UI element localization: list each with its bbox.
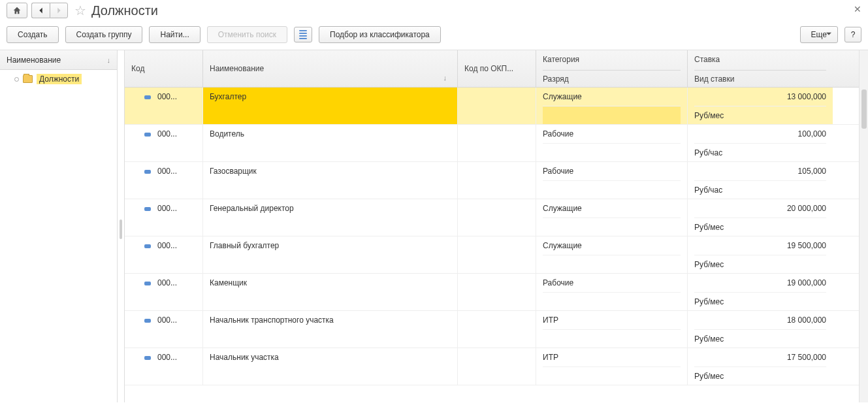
nav-group [31,3,68,18]
cell-category-value: ИТР [543,348,681,366]
splitter-handle[interactable] [118,50,124,402]
tree-root-item[interactable]: Должности [0,70,117,88]
cell-grade-value [543,292,681,310]
tree-header[interactable]: Наименование ↓ [0,50,117,70]
cell-code: 000... [125,311,203,348]
tree-expand-icon[interactable] [14,77,19,82]
table-row[interactable]: 000...Начальник транспортного участкаИТР… [125,311,868,348]
cell-rate: 17 500,000Руб/мес [688,348,833,385]
find-button[interactable]: Найти... [149,26,200,43]
cell-rate-type-value: Руб/мес [694,329,826,348]
col-header-name[interactable]: Наименование ↓ [203,50,458,87]
list-view-button[interactable] [294,27,312,42]
sort-down-icon: ↓ [443,74,447,82]
cell-rate-value: 13 000,000 [694,88,826,106]
row-indicator-icon [144,282,151,285]
create-button[interactable]: Создать [7,26,59,43]
pick-from-classifier-button[interactable]: Подбор из классификатора [319,26,441,43]
list-lines-icon [299,30,307,39]
cell-rate-value: 100,000 [694,125,826,143]
cell-category: Рабочие [536,125,688,161]
col-header-name-label: Наименование [210,64,451,73]
table-row[interactable]: 000...Главный бухгалтерСлужащие19 500,00… [125,236,868,274]
table-row[interactable]: 000...КаменщикРабочие19 000,000Руб/мес [125,274,868,311]
page-title: Должности [91,3,158,18]
table-row[interactable]: 000...Генеральный директорСлужащие20 000… [125,199,868,236]
row-indicator-icon [144,133,151,137]
cell-code: 000... [125,199,203,236]
nav-forward-button[interactable] [50,3,68,18]
cell-code-value: 000... [157,241,177,250]
cell-okp [458,88,536,124]
cell-code-value: 000... [157,278,177,287]
cell-code-value: 000... [157,316,177,325]
cell-name: Генеральный директор [203,199,458,236]
col-header-okp[interactable]: Код по ОКП... [458,50,536,87]
cell-okp [458,274,536,310]
row-indicator-icon [144,244,151,248]
vertical-scrollbar[interactable] [859,50,868,402]
cell-grade-value [543,180,681,199]
grid-pane: Код Наименование ↓ Код по ОКП... Категор… [124,50,868,402]
cell-name: Водитель [203,125,458,161]
main-area: Наименование ↓ Должности Код Наименовани… [0,50,868,402]
cancel-find-button: Отменить поиск [207,26,287,43]
create-group-button[interactable]: Создать группу [65,26,143,43]
cell-category: Служащие [536,236,688,273]
favorite-star-icon[interactable]: ☆ [74,3,86,18]
cell-category-value: Рабочие [543,274,681,292]
nav-back-button[interactable] [31,3,50,18]
cell-category-value: Рабочие [543,162,681,180]
home-icon [12,6,22,15]
help-button[interactable]: ? [844,27,861,42]
arrow-left-icon [37,6,46,15]
grid-body[interactable]: 000...БухгалтерСлужащие13 000,000Руб/мес… [125,88,868,402]
cell-rate-type-value: Руб/мес [694,255,826,273]
cell-name: Начальник участка [203,348,458,385]
table-row[interactable]: 000...ВодительРабочие100,000Руб/час [125,125,868,162]
arrow-right-icon [54,6,63,15]
row-indicator-icon [144,95,151,99]
col-header-rate[interactable]: Ставка Вид ставки [688,50,833,87]
cell-okp [458,162,536,199]
cell-rate-value: 20 000,000 [694,199,826,218]
cell-grade-value [543,329,681,348]
col-header-category[interactable]: Категория Разряд [536,50,688,87]
cell-rate-type-value: Руб/мес [694,366,826,385]
more-button[interactable]: Еще [800,26,838,43]
col-header-code[interactable]: Код [125,50,203,87]
table-row[interactable]: 000...ГазосварщикРабочие105,000Руб/час [125,162,868,199]
cell-rate-type-value: Руб/мес [694,218,826,236]
cell-okp [458,348,536,385]
cell-rate: 19 000,000Руб/мес [688,274,833,310]
cell-name: Каменщик [203,274,458,310]
cell-name: Начальник транспортного участка [203,311,458,348]
cell-category: Рабочие [536,274,688,310]
cell-grade-value [543,218,681,236]
cell-code-value: 000... [157,92,177,101]
col-header-category-sub: Разряд [543,70,681,87]
tree-pane: Наименование ↓ Должности [0,50,118,402]
grid-header: Код Наименование ↓ Код по ОКП... Категор… [125,50,868,88]
close-button[interactable]: ✕ [854,4,861,14]
cell-name: Главный бухгалтер [203,236,458,273]
row-indicator-icon [144,319,151,323]
cell-rate-value: 18 000,000 [694,311,826,329]
cell-okp [458,236,536,273]
row-indicator-icon [144,207,151,211]
tree-root-label: Должности [37,74,82,84]
cell-rate: 105,000Руб/час [688,162,833,199]
sort-indicator-icon: ↓ [107,56,111,64]
row-indicator-icon [144,170,151,174]
cell-code: 000... [125,348,203,385]
table-row[interactable]: 000...БухгалтерСлужащие13 000,000Руб/мес [125,88,868,125]
cell-okp [458,199,536,236]
cell-category: Рабочие [536,162,688,199]
cell-category-value: Рабочие [543,125,681,143]
cell-grade-value [543,366,681,385]
table-row[interactable]: 000...Начальник участкаИТР17 500,000Руб/… [125,348,868,385]
cell-grade-value [543,143,681,161]
scroll-thumb[interactable] [861,89,867,129]
home-button[interactable] [7,3,27,18]
cell-category: ИТР [536,348,688,385]
